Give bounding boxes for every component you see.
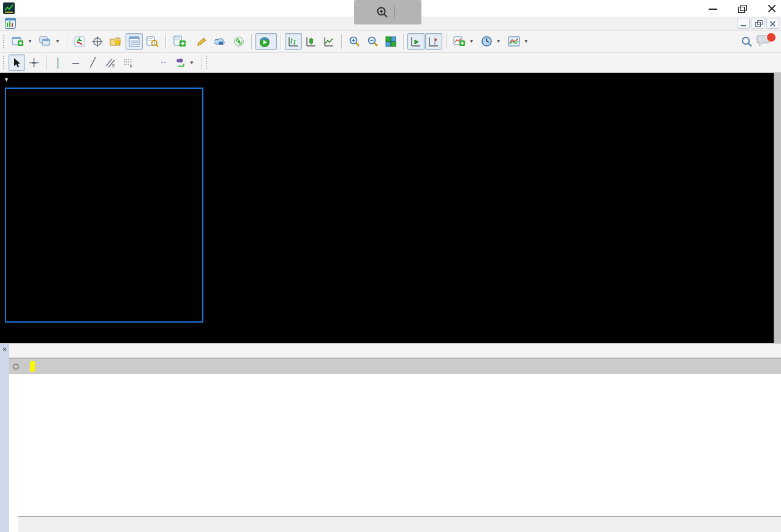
tick-chart-button[interactable] xyxy=(71,33,88,50)
cursor-tool-button[interactable] xyxy=(9,54,25,71)
close-button[interactable] xyxy=(768,5,776,12)
chart-minimize-button[interactable] xyxy=(737,18,750,29)
crosshair-target-button[interactable] xyxy=(89,33,106,50)
autoscroll-button[interactable] xyxy=(407,33,424,50)
toolbar-separator xyxy=(46,55,47,70)
minimize-button[interactable] xyxy=(709,5,717,12)
toolbar-separator xyxy=(403,34,404,49)
toolbar-grip[interactable] xyxy=(206,56,208,69)
title-bar xyxy=(0,0,781,17)
autotrading-button[interactable] xyxy=(255,33,277,50)
indicators-button[interactable]: ▼ xyxy=(450,33,477,50)
signals-button[interactable] xyxy=(230,33,247,50)
chevron-down-icon: ▼ xyxy=(524,39,529,44)
text-tool-button[interactable] xyxy=(138,54,154,71)
vertical-line-icon: │ xyxy=(56,58,61,68)
tile-windows-icon xyxy=(385,36,396,47)
horizontal-line-tool-button[interactable]: ─ xyxy=(67,54,84,71)
chevron-down-icon: ▼ xyxy=(496,39,501,44)
indicators-icon xyxy=(453,36,466,47)
market-watch-icon xyxy=(129,36,140,47)
vertical-line-tool-button[interactable]: │ xyxy=(50,54,67,71)
history-status-icon xyxy=(13,364,19,370)
chart-close-button[interactable] xyxy=(766,18,779,29)
notifications-button[interactable] xyxy=(756,34,775,50)
zoom-out-button[interactable] xyxy=(364,33,382,50)
toolbar-grip[interactable] xyxy=(3,56,6,69)
trendline-icon: ╱ xyxy=(90,57,96,68)
metaeditor-button[interactable] xyxy=(193,33,211,50)
arrows-tool-button[interactable]: ▼ xyxy=(172,54,197,71)
terminal-main xyxy=(9,344,781,532)
terminal-panel: × xyxy=(0,343,781,532)
terminal-close-icon[interactable]: × xyxy=(1,346,9,354)
bar-chart-mode-button[interactable] xyxy=(285,33,302,50)
data-window-icon xyxy=(146,36,159,47)
periods-button[interactable]: ▼ xyxy=(478,33,504,50)
chevron-down-icon: ▼ xyxy=(469,39,474,44)
toolbar-separator xyxy=(341,34,342,49)
chevron-down-icon[interactable]: ▼ xyxy=(4,77,9,83)
overlay-divider xyxy=(394,6,394,18)
templates-button[interactable]: ▼ xyxy=(505,33,532,50)
data-window-button[interactable] xyxy=(143,33,162,50)
chart-window-icon xyxy=(5,18,16,29)
crosshair-tool-button[interactable] xyxy=(26,54,42,71)
profiles-button[interactable]: ▼ xyxy=(36,33,63,50)
chart-symbol-header: ▼ xyxy=(4,77,13,83)
drawing-toolbar: │ ─ ╱ E F ▼ xyxy=(0,53,781,73)
restore-button[interactable] xyxy=(738,5,747,12)
market-watch-button[interactable] xyxy=(126,33,143,50)
toolbar-separator xyxy=(67,34,67,49)
tile-windows-button[interactable] xyxy=(382,33,399,50)
search-button[interactable] xyxy=(738,33,756,50)
new-chart-icon xyxy=(12,36,24,47)
chart-restore-button[interactable] xyxy=(752,18,764,29)
chart-area[interactable]: ▼ xyxy=(0,73,781,343)
metaeditor-icon xyxy=(196,36,208,47)
new-chart-button[interactable]: ▼ xyxy=(9,33,36,50)
vps-hosting-button[interactable] xyxy=(211,33,230,50)
profiles-icon xyxy=(39,36,51,47)
magnifier-overlay-icon[interactable] xyxy=(376,6,388,18)
autotrade-play-icon xyxy=(258,36,271,48)
crosshair-icon xyxy=(29,58,39,68)
horizontal-line-icon: ─ xyxy=(72,58,79,68)
line-chart-icon xyxy=(323,36,334,47)
chart-shift-button[interactable] xyxy=(425,33,442,50)
mdi-window-controls xyxy=(737,18,779,29)
candle-chart-mode-button[interactable] xyxy=(303,33,320,50)
trendline-tool-button[interactable]: ╱ xyxy=(85,54,101,71)
signals-icon xyxy=(233,36,244,47)
toolbar-separator xyxy=(165,34,166,49)
mt4-window: { "window": { "title": "44942015: ICMark… xyxy=(0,0,781,532)
toolbar-grip[interactable] xyxy=(3,35,6,48)
text-label-tool-button[interactable] xyxy=(155,54,172,71)
line-chart-mode-button[interactable] xyxy=(320,33,338,50)
chevron-down-icon: ▼ xyxy=(55,39,60,44)
screen-tool-overlay xyxy=(354,0,421,24)
standard-toolbar: ▼ ▼ xyxy=(0,31,781,53)
chart-right-scroll-strip[interactable] xyxy=(774,73,781,343)
arrow-objects-icon xyxy=(175,58,186,68)
summary-profit-value xyxy=(30,361,35,372)
zoom-in-button[interactable] xyxy=(345,33,363,50)
clock-icon xyxy=(481,36,492,47)
toolbar-separator xyxy=(201,55,202,70)
tick-chart-icon xyxy=(74,36,85,47)
fibonacci-icon: F xyxy=(123,58,134,68)
template-icon xyxy=(508,36,520,47)
summary-profit xyxy=(30,362,35,371)
equidistant-channel-icon: E xyxy=(105,58,116,68)
candlestick-chart-icon xyxy=(306,36,317,47)
channel-tool-button[interactable]: E xyxy=(102,54,119,71)
fibonacci-tool-button[interactable]: F xyxy=(119,54,137,71)
terminal-side-strip: × xyxy=(0,344,9,532)
toolbar-separator xyxy=(446,34,447,49)
chevron-down-icon: ▼ xyxy=(189,60,194,66)
zoom-out-icon xyxy=(367,36,379,47)
new-order-button[interactable] xyxy=(170,33,192,50)
favorites-button[interactable] xyxy=(107,33,125,50)
chevron-down-icon: ▼ xyxy=(28,39,32,44)
svg-text:F: F xyxy=(130,64,132,68)
